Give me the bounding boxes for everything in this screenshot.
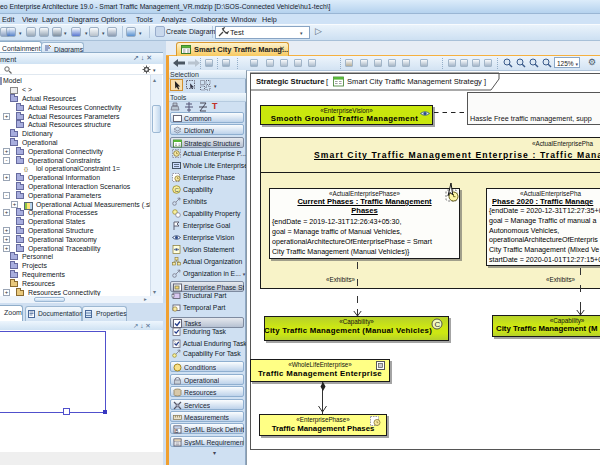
svg-text:C: C xyxy=(175,187,180,193)
svg-text:C: C xyxy=(434,320,440,329)
